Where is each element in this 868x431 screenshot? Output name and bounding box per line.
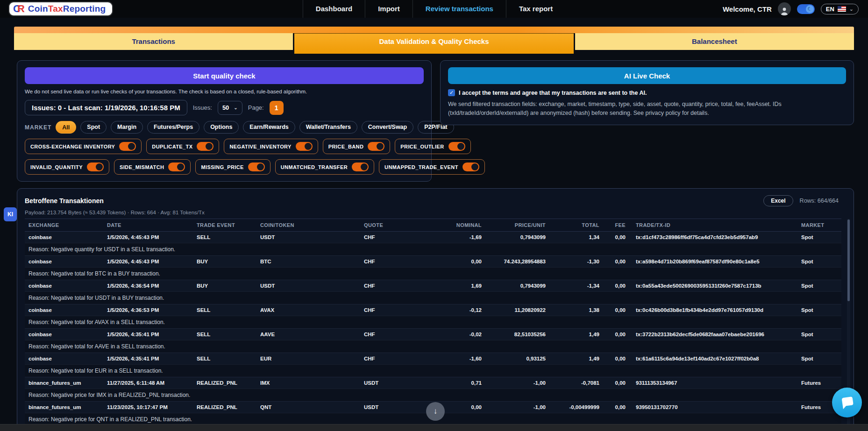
ki-assistant-button[interactable]: KI [4, 207, 17, 221]
nav-item[interactable]: Import [365, 0, 413, 18]
market-filter-pill[interactable]: Futures/Perps [147, 121, 199, 134]
app-window: CR CoinTaxReporting Dashboard Import Rev… [0, 0, 868, 431]
page-label: Page: [248, 104, 264, 111]
check-toggles-row-1: CROSS-EXCHANGE INVENTORY DUPLICATE_TX NE… [25, 139, 424, 154]
scrollbar-thumb[interactable] [847, 219, 850, 301]
transaction-row: coinbase 1/5/2026, 4:45:43 PM BUY BTC CH… [25, 256, 841, 268]
cell-price-unit: 0,7943099 [485, 280, 549, 292]
check-toggle-chip[interactable]: DUPLICATE_TX [146, 139, 219, 154]
cell-total: 1,49 [549, 353, 603, 365]
excel-export-button[interactable]: Excel [763, 195, 793, 206]
toggle-on-switch[interactable] [119, 142, 136, 151]
cell-nominal: -1,60 [450, 353, 485, 365]
check-name: PRICE_BAND [328, 144, 364, 149]
horizontal-scrollbar[interactable] [0, 424, 868, 431]
toggle-on-switch[interactable] [197, 142, 213, 151]
toggle-on-switch[interactable] [368, 142, 384, 151]
cell-exchange: coinbase [25, 329, 103, 340]
market-filter-pill[interactable]: Wallet/Transfers [299, 121, 357, 134]
market-filter-pill[interactable]: Earn/Rewards [243, 121, 295, 134]
toggle-on-switch[interactable] [352, 163, 369, 171]
toggle-on-switch[interactable] [462, 163, 479, 171]
nav-item[interactable]: Dashboard [303, 0, 365, 18]
user-avatar[interactable] [778, 2, 791, 15]
cell-coin: USDT [256, 232, 360, 243]
market-label: MARKET [25, 124, 51, 131]
section-tab[interactable]: Data Validation & Quality Checks [294, 33, 573, 54]
check-toggle-chip[interactable]: INVALID_QUANTITY [25, 159, 109, 175]
issues-per-page-value: 50 [222, 104, 229, 111]
dark-mode-toggle[interactable]: ☾ [797, 4, 815, 14]
ai-live-check-button[interactable]: AI Live Check [448, 67, 846, 84]
cell-coin: AVAX [256, 304, 360, 316]
cell-fee: 0,00 [603, 329, 629, 340]
check-toggle-chip[interactable]: UNMAPPED_TRADE_EVENT [379, 159, 485, 175]
scroll-down-button[interactable]: ↓ [426, 402, 445, 421]
toggle-on-switch[interactable] [296, 142, 313, 151]
nav-item[interactable]: Review transactions [413, 0, 506, 18]
page-number-button[interactable]: 1 [270, 101, 284, 115]
transaction-row: coinbase 1/5/2026, 4:35:41 PM SELL EUR C… [25, 353, 841, 365]
check-toggle-chip[interactable]: PRICE_OUTLIER [395, 139, 470, 154]
check-toggle-chip[interactable]: PRICE_BAND [323, 139, 391, 154]
cell-nominal: 0,00 [450, 256, 485, 268]
market-filter-pill[interactable]: Spot [80, 121, 107, 134]
market-filter-pill[interactable]: Convert/Swap [362, 121, 413, 134]
app-logo[interactable]: CR CoinTaxReporting [9, 2, 112, 15]
issues-per-page-select[interactable]: 50 ⌄ [218, 101, 242, 115]
cell-quote: CHF [360, 304, 450, 316]
check-toggle-chip[interactable]: NEGATIVE_INVENTORY [224, 139, 318, 154]
check-toggle-chip[interactable]: MISSING_PRICE [195, 159, 270, 175]
section-tabs: Transactions Data Validation & Quality C… [14, 27, 854, 54]
cell-nominal: -0,02 [450, 329, 485, 340]
section-tab[interactable]: Transactions [14, 33, 293, 50]
nav-item[interactable]: Tax report [506, 0, 565, 18]
cell-price-unit: 82,51035256 [485, 329, 549, 340]
cell-date: 11/23/2025, 10:17:47 PM [103, 402, 193, 413]
consent-checkbox[interactable]: ✓ [448, 89, 455, 96]
toggle-on-switch[interactable] [168, 163, 185, 171]
check-toggle-chip[interactable]: UNMATCHED_TRANSFER [275, 159, 374, 175]
logo-monogram-icon: CR [13, 4, 25, 14]
cell-exchange: binance_futures_um [25, 377, 103, 389]
market-filter-pill[interactable]: Options [204, 121, 239, 134]
reason-row: Reason: Negative quantity for USDT in a … [25, 243, 841, 256]
cell-txid: tx:0c426b00d3b8e1fb434b4e2dd97e761057d91… [629, 304, 797, 316]
section-tab[interactable]: Balancesheet [575, 33, 854, 50]
cell-fee: 0,00 [603, 280, 629, 292]
cell-txid: tx:d1cf473c28986ff6df75ca4d7cfd23eb5d957… [629, 232, 797, 243]
language-selector[interactable]: EN ⌄ [821, 4, 859, 14]
cell-txid: tx:a598e4d71b20b869f69eaf87587df90e80c1a… [629, 256, 797, 268]
cell-date: 11/27/2025, 6:11:48 AM [103, 377, 193, 389]
cell-exchange: binance_futures_um [25, 402, 103, 413]
reason-text: Reason: Negative total for AVAX in a SEL… [25, 316, 841, 329]
cell-market: Spot [797, 304, 841, 316]
payload-stats: Payload: 213.754 Bytes (≈ 53.439 Tokens)… [25, 210, 846, 215]
cell-total: 1,49 [549, 329, 603, 340]
cell-trade-event: SELL [193, 304, 256, 316]
toggle-on-switch[interactable] [248, 163, 265, 171]
check-name: INVALID_QUANTITY [30, 164, 83, 170]
check-name: NEGATIVE_INVENTORY [229, 144, 291, 149]
cell-date: 1/5/2026, 4:35:41 PM [103, 329, 193, 340]
chevron-down-icon: ⌄ [849, 6, 854, 12]
market-filter-pill[interactable]: All [56, 121, 76, 134]
cell-trade-event: BUY [193, 280, 256, 292]
check-toggle-chip[interactable]: SIDE_MISMATCH [114, 159, 191, 175]
check-toggle-chip[interactable]: CROSS-EXCHANGE INVENTORY [25, 139, 142, 154]
cell-total: -1,34 [549, 280, 603, 292]
cell-fee: 0,00 [603, 402, 629, 413]
start-quality-check-button[interactable]: Start quality check [25, 67, 424, 84]
cell-total: 1,38 [549, 304, 603, 316]
rows-count: Rows: 664/664 [800, 198, 839, 204]
ai-live-check-panel: AI Live Check ✓ I accept the terms and a… [440, 60, 854, 125]
market-filter-pill[interactable]: Margin [111, 121, 143, 134]
chat-widget-button[interactable] [832, 388, 862, 417]
transaction-row: coinbase 1/5/2026, 4:36:53 PM SELL AVAX … [25, 304, 841, 316]
cell-market: Spot [797, 280, 841, 292]
language-code: EN [826, 6, 834, 13]
toggle-on-switch[interactable] [448, 142, 465, 151]
toggle-on-switch[interactable] [87, 163, 104, 171]
reason-row: Reason: Negative total for BTC in a BUY … [25, 268, 841, 280]
cell-market: Spot [797, 329, 841, 340]
